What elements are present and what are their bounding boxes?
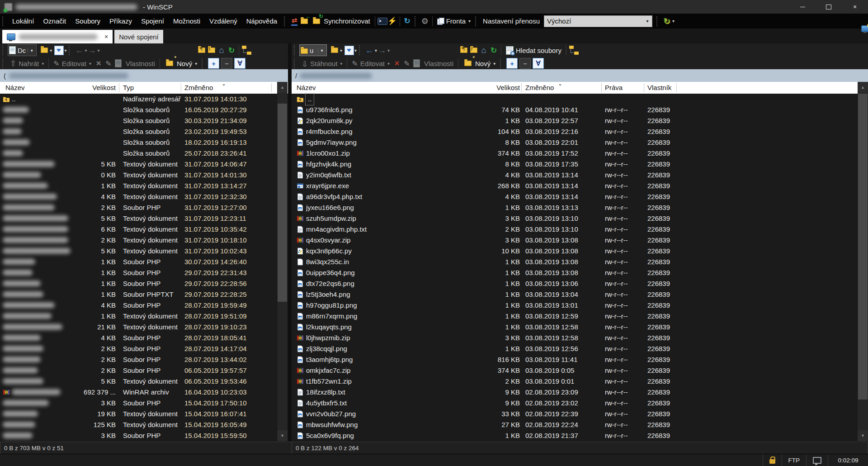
toolbar-grip[interactable] xyxy=(500,58,503,68)
column-divider[interactable] xyxy=(601,83,602,92)
rename-icon[interactable]: ✎ xyxy=(402,58,412,68)
properties-button[interactable]: Vlastnosti xyxy=(422,57,456,70)
file-row[interactable]: h97oggu81p.png1 KB03.08.2019 13:01rw-r--… xyxy=(292,300,858,311)
file-row[interactable]: xrayr6jpre.exe268 KB03.08.2019 13:14rw-r… xyxy=(292,181,858,191)
unselect-files-button[interactable]: − xyxy=(221,58,232,69)
file-row[interactable]: u9736fnlc6.png74 KB04.08.2019 10:41rw-r-… xyxy=(292,105,858,115)
chevron-down-icon[interactable]: ▾ xyxy=(354,48,357,53)
file-row[interactable]: szuh5umdpw.zip3 KB03.08.2019 13:10rw-r--… xyxy=(292,213,858,224)
chevron-down-icon[interactable]: ▾ xyxy=(28,48,35,53)
file-row[interactable]: 1 KBTextový dokument31.07.2019 13:14:27 xyxy=(0,181,277,191)
file-row[interactable]: vvn2v0ub27.png33 KB02.08.2019 22:39rw-r-… xyxy=(292,409,858,419)
file-row[interactable]: 4u5ytbxfr5.txt9 KB02.08.2019 23:02rw-r--… xyxy=(292,398,858,409)
file-row[interactable]: 1 KBSoubor PHP30.07.2019 14:26:40 xyxy=(0,257,277,267)
chevron-down-icon[interactable]: ▾ xyxy=(97,48,99,53)
find-files-button[interactable]: Hledat soubory xyxy=(504,44,564,57)
column-divider[interactable] xyxy=(271,83,272,92)
column-header-velikost[interactable]: Velikost xyxy=(463,82,520,94)
home-directory-icon[interactable]: ⌂ xyxy=(217,45,226,55)
column-divider[interactable] xyxy=(181,83,181,92)
toolbar-grip[interactable] xyxy=(2,58,5,68)
menu-item-soubory[interactable]: Soubory xyxy=(71,14,105,29)
select-files-button[interactable]: + xyxy=(506,58,518,69)
chevron-down-icon[interactable]: ▾ xyxy=(672,19,675,24)
scrollbar-thumb[interactable] xyxy=(278,104,287,302)
file-row[interactable]: omkjxfac7c.zip374 KB03.08.2019 0:05rw-r-… xyxy=(292,365,858,376)
file-row[interactable]: 5 KBTextový dokument06.05.2019 19:53:46 xyxy=(0,376,277,387)
menu-item-lokalni[interactable]: Lokální xyxy=(8,14,38,29)
chevron-down-icon[interactable]: ▾ xyxy=(50,48,52,53)
file-row[interactable]: 2 KBSoubor PHP28.07.2019 13:44:02 xyxy=(0,354,277,365)
file-row[interactable]: zlj38cqqjl.png1 KB03.08.2019 12:56rw-r--… xyxy=(292,343,858,354)
directory-tree-icon[interactable] xyxy=(241,45,251,55)
file-row[interactable]: lz5tj3oeh4.png1 KB03.08.2019 13:04rw-r--… xyxy=(292,289,858,300)
file-row[interactable]: 692 379 ...WinRAR archiv16.04.2019 10:23… xyxy=(0,387,277,398)
refresh-session-icon[interactable]: ↻ xyxy=(402,16,412,26)
transfer-settings-icon[interactable]: ↻ xyxy=(662,16,672,26)
file-row[interactable]: 1 KBSoubor PHP29.07.2019 22:28:56 xyxy=(0,278,277,289)
scroll-up-button[interactable]: ▲ xyxy=(858,82,868,93)
console-icon[interactable]: > xyxy=(377,16,387,26)
properties-button[interactable]: Vlastnosti xyxy=(123,57,157,70)
file-row[interactable]: 2 KBSoubor PHP31.07.2019 12:27:00 xyxy=(0,202,277,213)
chevron-down-icon[interactable]: ▾ xyxy=(493,61,495,66)
maximize-button[interactable] xyxy=(816,0,842,14)
scroll-down-button[interactable]: ▼ xyxy=(858,430,868,441)
file-row[interactable]: jyxeu166e6.png1 KB03.08.2019 13:13rw-r--… xyxy=(292,202,858,213)
refresh-icon[interactable]: ↻ xyxy=(226,45,236,55)
new-button[interactable]: * Nový ▾ xyxy=(162,57,199,70)
column-header-typ[interactable]: Typ xyxy=(123,82,134,94)
column-header-vlastnik[interactable]: Vlastník xyxy=(647,82,671,94)
toolbar-grip[interactable] xyxy=(202,58,205,68)
file-row[interactable]: 5gdmv7iayw.png8 KB03.08.2019 22:01rw-r--… xyxy=(292,137,858,148)
file-row[interactable]: 4 KBSoubor PHP28.07.2019 18:05:41 xyxy=(0,333,277,343)
column-divider[interactable] xyxy=(119,83,119,92)
file-row[interactable]: 4 KBSoubor PHP28.07.2019 19:59:49 xyxy=(0,300,277,311)
column-divider[interactable] xyxy=(644,83,644,92)
file-row[interactable]: 0 KBTextový dokument31.07.2019 14:01:30 xyxy=(0,170,277,181)
file-row[interactable]: 1 KBSoubor PHP29.07.2019 22:31:43 xyxy=(0,267,277,278)
file-row[interactable]: 5 KBTextový dokument31.07.2019 14:06:47 xyxy=(0,159,277,170)
refresh-icon[interactable]: ↻ xyxy=(489,45,499,55)
menu-item-oznacit[interactable]: Označit xyxy=(38,14,71,29)
open-directory-icon[interactable] xyxy=(330,45,340,55)
remote-path-bar[interactable]: / xyxy=(292,69,868,82)
file-row[interactable]: t3aomhj6tp.png816 KB03.08.2019 11:41rw-r… xyxy=(292,354,858,365)
file-row[interactable]: 2 KBTextový dokument31.07.2019 10:18:10 xyxy=(0,235,277,246)
menu-item-spojeni[interactable]: Spojení xyxy=(137,14,169,29)
file-row[interactable]: 6 KBTextový dokument31.07.2019 10:35:42 xyxy=(0,224,277,235)
file-row[interactable]: r4mfbuclxe.png104 KB03.08.2019 22:16rw-r… xyxy=(292,126,858,137)
select-files-button[interactable]: + xyxy=(208,58,219,69)
chevron-down-icon[interactable]: ▾ xyxy=(643,19,652,24)
file-row[interactable]: mn4acgivdm.php.txt2 KB03.08.2019 13:10rw… xyxy=(292,224,858,235)
file-row[interactable]: 2 KBSoubor PHP28.07.2019 14:17:04 xyxy=(0,343,277,354)
file-row[interactable]: Složka souborů25.07.2018 23:26:41 xyxy=(0,148,277,159)
file-row[interactable]: t1fb572wn1.zip2 KB03.08.2019 0:01rw-r--r… xyxy=(292,376,858,387)
file-row[interactable]: m86rn7xqrm.png1 KB03.08.2019 12:59rw-r--… xyxy=(292,311,858,322)
forward-icon[interactable]: → xyxy=(377,45,387,55)
file-row[interactable]: 4 KBTextový dokument31.07.2019 12:32:30 xyxy=(0,191,277,202)
menu-item-prikazy[interactable]: Příkazy xyxy=(105,14,137,29)
menu-item-moznosti[interactable]: Možnosti xyxy=(169,14,205,29)
file-row[interactable]: Složka souborů16.05.2019 20:27:29 xyxy=(0,105,277,115)
preferences-gear-icon[interactable]: ⚙ xyxy=(420,16,430,26)
remote-directory-combobox[interactable]: u ▾ xyxy=(299,44,327,56)
close-button[interactable]: × xyxy=(842,0,868,14)
file-row[interactable]: 2qk20rum8k.py1 KB03.08.2019 22:57rw-r--r… xyxy=(292,115,858,126)
chevron-down-icon[interactable]: ▾ xyxy=(387,48,390,53)
toolbar-grip[interactable] xyxy=(284,16,287,26)
transfer-mode-icon[interactable]: ← xyxy=(299,16,309,26)
file-row[interactable]: 1lcro00xo1.zip374 KB03.08.2019 17:52rw-r… xyxy=(292,148,858,159)
open-directory-icon[interactable] xyxy=(39,45,49,55)
invert-selection-button[interactable]: ∀ xyxy=(533,58,544,69)
chevron-down-icon[interactable]: ▾ xyxy=(318,48,326,53)
file-row[interactable]: 125 KBTextový dokument15.04.2019 16:05:4… xyxy=(0,419,277,430)
synchronize-panels-icon[interactable]: ⇄ xyxy=(289,16,299,26)
file-row[interactable]: .. xyxy=(292,94,858,105)
connection-indicator[interactable] xyxy=(806,454,828,466)
scrollbar-thumb[interactable] xyxy=(858,94,868,399)
transfer-preset-combobox[interactable]: Výchozí ▾ xyxy=(544,15,652,27)
local-scrollbar[interactable]: ▲ ▼ xyxy=(277,82,288,441)
file-row[interactable]: 5ca0x6v9fq.png1 KB02.08.2019 21:37rw-r--… xyxy=(292,430,858,441)
home-directory-icon[interactable]: ⌂ xyxy=(479,45,489,55)
